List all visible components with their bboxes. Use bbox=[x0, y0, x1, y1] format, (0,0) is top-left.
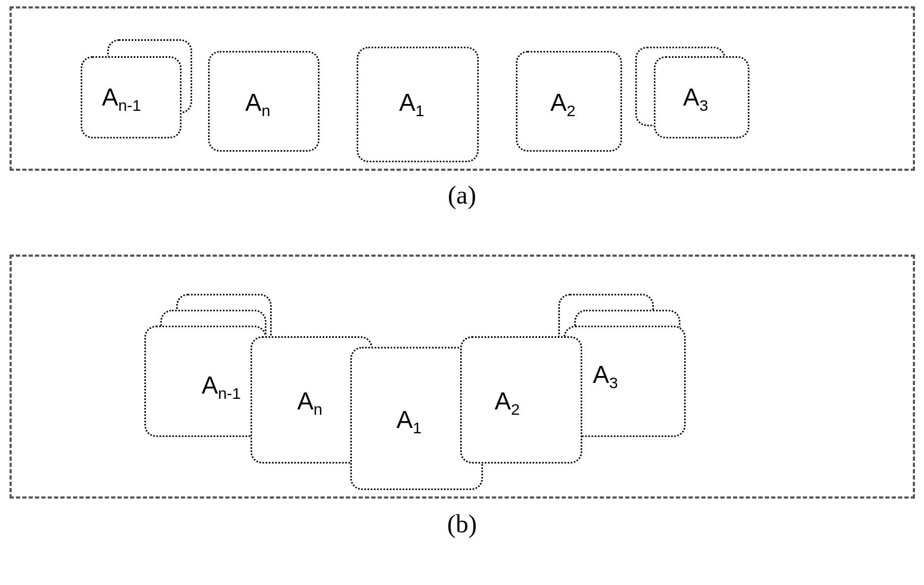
panel-a-label-nminus1: An-1 bbox=[102, 83, 141, 115]
panel-b-label-3: A3 bbox=[593, 360, 618, 392]
figure-diagram: An-1 An A1 A2 A3 (a) bbox=[0, 0, 924, 585]
panel-a-label-2: A2 bbox=[550, 88, 575, 120]
panel-b-caption: (b) bbox=[447, 509, 477, 538]
panel-b-inner: An-1 An A1 A3 A2 bbox=[12, 257, 913, 496]
panel-b-container: An-1 An A1 A3 A2 bbox=[10, 255, 915, 499]
panel-a-label-n: An bbox=[245, 88, 270, 120]
panel-b-label-n: An bbox=[297, 387, 322, 418]
panel-a-label-3: A3 bbox=[683, 83, 708, 115]
panel-a-inner: An-1 An A1 A2 A3 bbox=[12, 8, 913, 169]
panel-b-card-2 bbox=[460, 336, 582, 464]
panel-a-container: An-1 An A1 A2 A3 bbox=[10, 6, 915, 171]
panel-a-label-1: A1 bbox=[399, 88, 424, 120]
panel-b-label-1: A1 bbox=[396, 405, 421, 437]
panel-b-label-2: A2 bbox=[495, 387, 520, 418]
panel-a-caption: (a) bbox=[448, 180, 476, 209]
panel-b-label-nminus1: An-1 bbox=[202, 371, 241, 403]
